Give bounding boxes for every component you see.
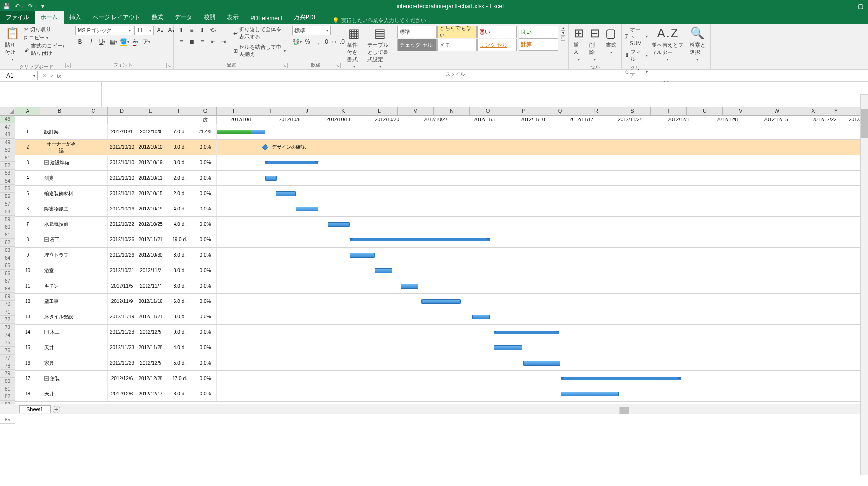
task-cell-td[interactable]: 2012/10/26 bbox=[108, 232, 136, 247]
tab-pdfelement[interactable]: PDFelement bbox=[244, 13, 288, 24]
style-bad[interactable]: 悪い bbox=[477, 26, 517, 38]
row-header[interactable]: 47 bbox=[0, 123, 15, 131]
task-cell-td[interactable] bbox=[79, 171, 108, 185]
task-cell-td[interactable]: 4.0 d. bbox=[165, 340, 194, 355]
align-top-icon[interactable]: ⬆ bbox=[176, 26, 186, 35]
task-cell-td[interactable]: 18 bbox=[15, 386, 40, 401]
add-sheet-button[interactable]: + bbox=[53, 406, 60, 413]
accounting-format-icon[interactable]: 💱▾ bbox=[292, 37, 302, 47]
task-cell-td[interactable] bbox=[79, 140, 108, 155]
task-cell-td[interactable]: 17.0 d. bbox=[165, 371, 194, 386]
gantt-bar[interactable] bbox=[328, 222, 350, 227]
task-cell-td[interactable]: 2012/10/19 bbox=[136, 155, 165, 170]
column-header-X[interactable]: X bbox=[795, 107, 831, 115]
task-cell-td[interactable]: 0.0 d. bbox=[165, 140, 194, 155]
gantt-bar[interactable] bbox=[494, 345, 522, 350]
gantt-cell[interactable] bbox=[217, 232, 868, 247]
task-cell-td[interactable]: 埋立トラフ bbox=[40, 248, 79, 263]
gantt-cell[interactable]: デザインの確認 bbox=[217, 140, 868, 155]
task-cell-td[interactable]: 0.0% bbox=[194, 217, 217, 232]
task-cell-td[interactable]: 4.0 d. bbox=[165, 201, 194, 216]
task-cell-td[interactable]: 8.0 d. bbox=[165, 386, 194, 401]
task-cell-td[interactable]: 8 bbox=[15, 232, 40, 247]
task-cell-td[interactable]: 16 bbox=[15, 355, 40, 370]
row-header[interactable]: 78 bbox=[0, 362, 15, 370]
task-row[interactable]: 11キチン2012/11/52012/11/73.0 d.0.0% bbox=[15, 278, 868, 294]
gantt-cell[interactable] bbox=[217, 217, 868, 232]
style-calc[interactable]: 計算 bbox=[519, 38, 558, 51]
task-cell-td[interactable]: オーナーが承認 bbox=[40, 140, 79, 155]
row-header[interactable]: 46 bbox=[0, 116, 15, 123]
row-header[interactable]: 73 bbox=[0, 324, 15, 331]
row-header[interactable]: 71 bbox=[0, 308, 15, 316]
gantt-summary-bar[interactable] bbox=[494, 331, 559, 334]
column-header-P[interactable]: P bbox=[506, 107, 542, 115]
task-cell-td[interactable]: 9 bbox=[15, 248, 40, 263]
task-cell-td[interactable] bbox=[79, 309, 108, 324]
task-cell-td[interactable] bbox=[79, 355, 108, 370]
task-row[interactable]: 6障害物撤去2012/10/162012/10/194.0 d.0.0% bbox=[15, 201, 868, 217]
column-header-Q[interactable]: Q bbox=[542, 107, 578, 115]
paste-button[interactable]: 📋 貼り付け ▾ bbox=[3, 26, 22, 63]
task-cell-td[interactable]: 2012/10/31 bbox=[108, 263, 136, 278]
font-name-select[interactable]: MS Pゴシック▾ bbox=[75, 26, 133, 35]
column-header-V[interactable]: V bbox=[723, 107, 759, 115]
task-cell-td[interactable]: 2 bbox=[15, 140, 40, 155]
row-header[interactable]: 51 bbox=[0, 154, 15, 162]
task-cell-td[interactable]: 2012/11/16 bbox=[136, 294, 165, 309]
gantt-cell[interactable] bbox=[217, 340, 868, 355]
task-cell-td[interactable]: 2012/10/30 bbox=[136, 248, 165, 263]
task-row[interactable]: 17−塗装2012/12/62012/12/2817.0 d.0.0% bbox=[15, 371, 868, 386]
autosum-button[interactable]: ∑ オート SUM ▾ bbox=[625, 26, 648, 47]
task-cell-td[interactable] bbox=[79, 217, 108, 232]
task-row[interactable]: 4測定2012/10/102012/10/112.0 d.0.0% bbox=[15, 171, 868, 186]
task-cell-td[interactable]: 2012/10/1 bbox=[108, 124, 136, 139]
sort-filter-button[interactable]: A↓Z並べ替えとフィルター▾ bbox=[650, 26, 686, 63]
task-cell-td[interactable]: 0.0% bbox=[194, 278, 217, 293]
task-cell-td[interactable] bbox=[79, 278, 108, 293]
gantt-summary-bar[interactable] bbox=[350, 238, 490, 241]
wrap-text-button[interactable]: ↩ 折り返して全体を表示する bbox=[233, 26, 286, 41]
task-cell-td[interactable]: 0.0% bbox=[194, 355, 217, 370]
row-header[interactable]: 54 bbox=[0, 177, 15, 185]
styles-more-button[interactable]: ▴▾⊟ bbox=[561, 26, 565, 41]
style-memo[interactable]: メモ bbox=[437, 39, 477, 51]
sheet-tab-1[interactable]: Sheet1 bbox=[19, 405, 51, 413]
task-cell-td[interactable]: 2012/10/15 bbox=[136, 186, 165, 201]
task-cell-td[interactable]: 2012/11/2 bbox=[136, 263, 165, 278]
style-link[interactable]: リンク セル bbox=[477, 39, 517, 51]
column-header-H[interactable]: H bbox=[217, 107, 253, 115]
task-cell-td[interactable]: 測定 bbox=[40, 171, 79, 185]
row-header[interactable]: 61 bbox=[0, 231, 15, 239]
copy-button[interactable]: ⎘ コピー ▾ bbox=[24, 34, 69, 42]
task-cell-td[interactable]: 2012/11/23 bbox=[108, 325, 136, 340]
task-cell-td[interactable]: 2012/12/17 bbox=[136, 386, 165, 401]
comma-format-icon[interactable]: , bbox=[313, 37, 323, 47]
task-cell-td[interactable]: 2012/11/23 bbox=[108, 340, 136, 355]
task-cell-td[interactable]: 2012/10/12 bbox=[108, 186, 136, 201]
row-header[interactable]: 81 bbox=[0, 385, 15, 393]
task-row[interactable]: 7水電気技師2012/10/222012/10/254.0 d.0.0% bbox=[15, 217, 868, 232]
row-header[interactable]: 56 bbox=[0, 193, 15, 200]
gantt-summary-bar[interactable] bbox=[561, 377, 681, 380]
align-bottom-icon[interactable]: ⬇ bbox=[198, 26, 207, 35]
task-cell-td[interactable]: 0.0% bbox=[194, 386, 217, 401]
align-center-icon[interactable]: ≣ bbox=[187, 37, 197, 47]
redo-icon[interactable]: ↷ ▾ bbox=[28, 3, 36, 10]
font-color-button[interactable]: A▾ bbox=[131, 37, 140, 47]
task-cell-td[interactable] bbox=[79, 186, 108, 201]
row-header[interactable]: 68 bbox=[0, 285, 15, 293]
task-cell-td[interactable]: 壁工事 bbox=[40, 294, 79, 309]
row-header[interactable]: 67 bbox=[0, 277, 15, 285]
bold-button[interactable]: B bbox=[75, 37, 85, 47]
tab-review[interactable]: 校閲 bbox=[198, 11, 221, 24]
qat-customize-icon[interactable]: ▾ bbox=[41, 3, 44, 10]
clear-button[interactable]: ◇ クリア ▾ bbox=[625, 64, 648, 79]
row-header[interactable]: 57 bbox=[0, 200, 15, 208]
underline-button[interactable]: U ▾ bbox=[97, 37, 107, 47]
number-format-select[interactable]: 標準▾ bbox=[292, 26, 331, 35]
row-header[interactable]: 85 bbox=[0, 416, 15, 424]
align-left-icon[interactable]: ≡ bbox=[176, 37, 186, 47]
row-header[interactable]: 77 bbox=[0, 355, 15, 362]
task-row[interactable]: 8−石工2012/10/262012/11/2119.0 d.0.0% bbox=[15, 232, 868, 248]
